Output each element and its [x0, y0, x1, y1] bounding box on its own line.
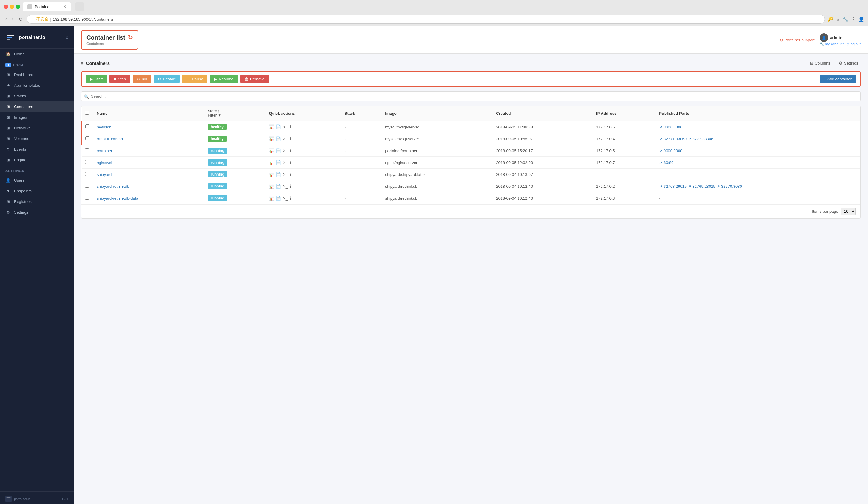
logs-icon[interactable]: 📄 — [276, 172, 281, 177]
sidebar-item-app-templates[interactable]: ✈ App Templates — [0, 80, 74, 91]
sidebar-item-engine[interactable]: ⊞ Engine — [0, 154, 74, 165]
browser-tab[interactable]: Portainer ✕ — [22, 2, 71, 11]
sidebar-item-home[interactable]: 🏠 Home — [0, 49, 74, 59]
search-input[interactable] — [81, 91, 861, 101]
inspect-icon[interactable]: ℹ — [290, 148, 291, 153]
sidebar-item-events[interactable]: ⟳ Events — [0, 144, 74, 154]
port-link[interactable]: ↗ 32772:3306 — [688, 137, 713, 141]
row-checkbox[interactable] — [85, 160, 89, 164]
sidebar-item-users[interactable]: 👤 Users — [0, 175, 74, 186]
container-name-link[interactable]: nginxweb — [97, 160, 113, 165]
exec-icon[interactable]: >_ — [283, 172, 288, 177]
portainer-support-link[interactable]: ⊗ Portainer support — [780, 38, 815, 42]
row-checkbox[interactable] — [85, 137, 90, 140]
logs-icon[interactable]: 📄 — [276, 160, 281, 165]
sidebar-item-networks[interactable]: ⊞ Networks — [0, 123, 74, 133]
exec-icon[interactable]: >_ — [283, 137, 288, 141]
start-button[interactable]: ▶ Start — [86, 74, 107, 83]
close-dot[interactable] — [4, 4, 8, 9]
container-name-link[interactable]: shipyard-rethinkdb — [97, 184, 129, 189]
menu-icon[interactable]: ⋮ — [851, 17, 856, 22]
add-container-button[interactable]: + Add container — [820, 74, 856, 83]
exec-icon[interactable]: >_ — [283, 160, 288, 165]
row-checkbox[interactable] — [85, 124, 90, 129]
address-bar[interactable]: ⚠ 不安全 | 192.168.39.185:9000/#/containers — [27, 14, 825, 24]
star-icon[interactable]: ☆ — [836, 17, 840, 22]
port-link[interactable]: ↗ 32768:29015 — [659, 184, 687, 189]
name-column-header[interactable]: Name — [93, 106, 204, 121]
container-name-link[interactable]: mysqldb — [97, 125, 111, 129]
back-button[interactable]: ‹ — [4, 16, 9, 23]
container-name-link[interactable]: shipyard — [97, 172, 112, 177]
row-checkbox[interactable] — [85, 148, 89, 152]
sidebar-item-endpoints[interactable]: ▼ Endpoints — [0, 186, 74, 196]
sidebar-item-settings[interactable]: ⚙ Settings — [0, 207, 74, 218]
minimize-dot[interactable] — [10, 4, 14, 9]
pause-button[interactable]: ⏸ Pause — [182, 74, 207, 83]
exec-icon[interactable]: >_ — [283, 184, 288, 189]
stats-icon[interactable]: 📊 — [269, 160, 274, 165]
new-tab-button[interactable] — [75, 2, 84, 11]
container-name-link[interactable]: blissful_carson — [97, 137, 123, 141]
sidebar-item-stacks[interactable]: ⊞ Stacks — [0, 91, 74, 101]
inspect-icon[interactable]: ℹ — [290, 196, 291, 201]
exec-icon[interactable]: >_ — [283, 196, 288, 201]
user-icon[interactable]: 👤 — [858, 17, 864, 22]
logs-icon[interactable]: 📄 — [276, 196, 281, 201]
tab-close-button[interactable]: ✕ — [63, 4, 66, 9]
log-out-link[interactable]: ⎋ log out — [847, 42, 861, 46]
my-account-link[interactable]: 🔧 my account — [820, 42, 844, 46]
stop-button[interactable]: ■ Stop — [110, 74, 130, 83]
logs-icon[interactable]: 📄 — [276, 184, 281, 189]
row-checkbox[interactable] — [85, 196, 89, 200]
sidebar-item-volumes[interactable]: ⊞ Volumes — [0, 133, 74, 144]
inspect-icon[interactable]: ℹ — [290, 137, 291, 141]
stats-icon[interactable]: 📊 — [269, 137, 274, 141]
restart-button[interactable]: ↺ Restart — [154, 74, 180, 83]
columns-button[interactable]: ⊟ Columns — [807, 60, 833, 67]
stats-icon[interactable]: 📊 — [269, 196, 274, 201]
sidebar-gear-icon[interactable]: ⚙ — [65, 35, 69, 40]
logs-icon[interactable]: 📄 — [276, 137, 281, 141]
stats-icon[interactable]: 📊 — [269, 184, 274, 189]
refresh-icon[interactable]: ↻ — [128, 34, 133, 41]
inspect-icon[interactable]: ℹ — [290, 172, 291, 177]
port-link[interactable]: ↗ 32769:28015 — [688, 184, 716, 189]
port-link[interactable]: ↗ 9000:9000 — [659, 149, 682, 153]
sidebar-item-dashboard[interactable]: ⊞ Dashboard — [0, 69, 74, 80]
row-checkbox[interactable] — [85, 172, 89, 176]
exec-icon[interactable]: >_ — [283, 148, 288, 153]
stats-icon[interactable]: 📊 — [269, 172, 274, 177]
port-link[interactable]: ↗ 32770:8080 — [716, 184, 742, 189]
logs-icon[interactable]: 📄 — [276, 124, 281, 129]
browser-window-controls[interactable] — [4, 4, 20, 9]
container-name-link[interactable]: portainer — [97, 149, 112, 153]
port-link[interactable]: ↗ 80:80 — [659, 160, 673, 165]
inspect-icon[interactable]: ℹ — [290, 184, 291, 189]
inspect-icon[interactable]: ℹ — [290, 124, 291, 129]
sidebar-item-images[interactable]: ⊞ Images — [0, 112, 74, 123]
sidebar-item-registries[interactable]: ⊞ Registries — [0, 196, 74, 207]
logs-icon[interactable]: 📄 — [276, 148, 281, 153]
table-settings-button[interactable]: ⚙ Settings — [836, 60, 861, 67]
select-all-checkbox[interactable] — [85, 111, 89, 115]
exec-icon[interactable]: >_ — [283, 124, 288, 129]
remove-button[interactable]: 🗑 Remove — [240, 74, 269, 83]
stats-icon[interactable]: 📊 — [269, 148, 274, 153]
port-link[interactable]: ↗ 3306:3306 — [659, 125, 682, 129]
maximize-dot[interactable] — [16, 4, 20, 9]
key-icon[interactable]: 🔑 — [827, 17, 833, 22]
reload-button[interactable]: ↻ — [17, 16, 24, 23]
forward-button[interactable]: › — [10, 16, 15, 23]
sidebar-item-containers[interactable]: ⊞ Containers — [0, 101, 74, 112]
port-link[interactable]: ↗ 32771:33060 — [659, 137, 687, 141]
container-name-link[interactable]: shipyard-rethinkdb-data — [97, 196, 138, 201]
items-per-page-select[interactable]: 10 25 50 — [841, 208, 856, 215]
inspect-icon[interactable]: ℹ — [290, 160, 291, 165]
row-checkbox[interactable] — [85, 184, 89, 188]
filter-icon[interactable]: ▼ — [218, 113, 221, 118]
ext-icon[interactable]: 🔧 — [843, 17, 848, 22]
resume-button[interactable]: ▶ Resume — [210, 74, 238, 83]
kill-button[interactable]: ✕ Kill — [133, 74, 151, 83]
stats-icon[interactable]: 📊 — [269, 124, 274, 129]
